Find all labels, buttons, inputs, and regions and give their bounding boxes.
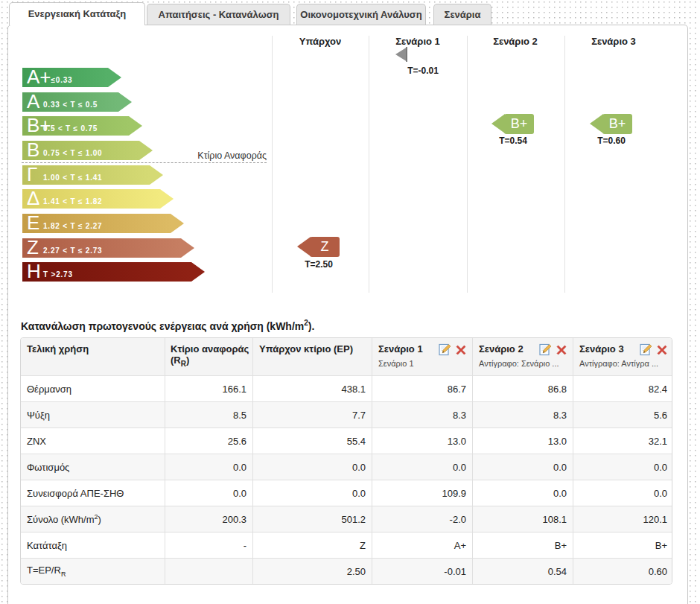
- tab-requirements-consumption[interactable]: Απαιτήσεις - Κατανάλωση: [147, 4, 290, 25]
- bar-letter: Η: [27, 261, 41, 281]
- header-existing-building: Υπάρχον κτίριο (EP): [252, 338, 372, 375]
- bar-letter: Δ: [27, 188, 39, 208]
- column-header-scenario-1: Σενάριο 1: [369, 36, 466, 47]
- column-header-scenario-2: Σενάριο 2: [467, 36, 564, 47]
- energy-bar-zeta: Ζ2.27 < T ≤ 2.73: [22, 238, 181, 258]
- energy-bar-aplus: A+T ≤0.33: [22, 68, 108, 87]
- bar-tip: [118, 92, 132, 112]
- table-row: ZNX25.655.413.013.032.1: [21, 427, 672, 454]
- bar-tip: [129, 116, 142, 136]
- column-divider: [564, 36, 565, 293]
- bar-letter: Ε: [27, 213, 39, 232]
- energy-bar-a: A0.33 < T ≤ 0.5: [22, 92, 118, 112]
- scenario1-t-value: T=-0.01: [374, 66, 472, 76]
- bar-range: 1.82 < T ≤ 2.27: [43, 222, 102, 230]
- tab-energy-classification[interactable]: Ενεργειακή Κατάταξη: [9, 2, 145, 25]
- bar-range: 0.75 < T ≤ 1.00: [43, 149, 102, 157]
- column-header-existing: Υπάρχον: [272, 36, 369, 47]
- row-label: Κατάταξη: [21, 532, 165, 558]
- table-row: Κατάταξη-ZA+B+B+: [21, 532, 672, 558]
- header-scenario-2: Σενάριο 2 Αντίγραφο: Σενάριο ...: [472, 338, 573, 375]
- energy-bar-bplus: B+0.5 < T ≤ 0.75: [22, 116, 129, 136]
- header-final-use: Τελική χρήση: [21, 338, 165, 375]
- bar-letter: A: [27, 92, 39, 111]
- energy-bar-eta: ΗT >2.73: [22, 262, 191, 282]
- row-label: Φωτισμός: [21, 454, 165, 480]
- table-row: Θέρμανση166.1438.186.786.882.4: [21, 375, 672, 401]
- bar-range: 0.33 < T ≤ 0.5: [43, 101, 98, 109]
- badge-arrow-icon: [297, 237, 311, 256]
- reference-building-label: Κτίριο Αναφοράς: [147, 150, 267, 161]
- bar-letter: B: [27, 140, 39, 159]
- edit-icon[interactable]: [640, 343, 652, 356]
- existing-t-value: T=2.50: [270, 259, 368, 270]
- row-label: Θέρμανση: [21, 375, 165, 401]
- energy-bar-epsilon: Ε1.82 < T ≤ 2.27: [22, 214, 171, 233]
- consumption-table-heading: Κατανάλωση πρωτογενούς ενέργειας ανά χρή…: [21, 319, 314, 332]
- table-row: Σύνολο (kWh/m2)200.3501.2-2.0108.1120.1: [21, 506, 672, 532]
- row-label: Ψύξη: [21, 401, 165, 427]
- bar-tip: [150, 165, 163, 185]
- edit-icon[interactable]: [539, 343, 552, 356]
- table-header-row: Τελική χρήση Κτίριο αναφοράς(RR) Υπάρχον…: [21, 338, 672, 375]
- row-label: ZNX: [21, 427, 165, 454]
- table-row: Ψύξη8.57.78.38.35.6: [21, 401, 672, 427]
- header-scenario-1: Σενάριο 1 Σενάριο 1: [372, 338, 472, 375]
- bar-tip: [181, 238, 194, 258]
- row-label: Συνεισφορά ΑΠΕ-ΣΗΘ: [21, 480, 165, 506]
- reference-building-line: [22, 162, 267, 163]
- header-scenario-3: Σενάριο 3 Αντίγραφο: Αντίγρα ...: [573, 338, 672, 375]
- badge-arrow-icon: [590, 114, 603, 133]
- table-row: T=EP/RR2.50-0.010.540.60: [21, 558, 672, 584]
- table-row: Συνεισφορά ΑΠΕ-ΣΗΘ0.00.0109.90.00.0: [21, 480, 672, 506]
- bar-letter: Γ: [27, 165, 37, 184]
- energy-bar-b: B0.75 < T ≤ 1.00: [22, 141, 139, 160]
- bar-tip: [139, 141, 153, 160]
- scenario3-class-badge: B+: [590, 114, 632, 134]
- bar-tip: [160, 189, 174, 209]
- energy-bar-delta: Δ1.41 < T ≤ 1.82: [22, 189, 160, 209]
- tab-economic-analysis[interactable]: Οικονομοτεχνική Ανάλυση: [296, 4, 426, 25]
- header-reference-building: Κτίριο αναφοράς(RR): [165, 338, 252, 375]
- column-divider: [272, 36, 273, 293]
- scenario2-class-badge: B+: [491, 114, 534, 134]
- bar-range: 1.41 < T ≤ 1.82: [43, 197, 102, 206]
- bar-letter: Ζ: [27, 238, 39, 257]
- bar-range: 0.5 < T ≤ 0.75: [43, 124, 98, 133]
- bar-tip: [191, 262, 205, 282]
- consumption-table: Τελική χρήση Κτίριο αναφοράς(RR) Υπάρχον…: [20, 337, 672, 585]
- delete-icon[interactable]: [657, 345, 667, 355]
- bar-tip: [171, 214, 184, 233]
- bar-range: 1.00 < T ≤ 1.41: [43, 174, 102, 182]
- tab-scenarios[interactable]: Σενάρια: [433, 4, 491, 25]
- row-label: T=EP/RR: [21, 558, 165, 584]
- bar-range: T >2.73: [43, 270, 73, 279]
- scenario3-t-value: T=0.60: [562, 136, 661, 146]
- energy-bar-gamma: Γ1.00 < T ≤ 1.41: [22, 165, 150, 185]
- badge-arrow-icon: [491, 114, 505, 133]
- column-header-scenario-3: Σενάριο 3: [565, 36, 662, 47]
- edit-icon[interactable]: [439, 343, 451, 356]
- existing-class-badge: Z: [297, 237, 340, 257]
- table-row: Φωτισμός0.00.00.00.00.0: [21, 454, 672, 480]
- column-divider: [369, 36, 369, 293]
- bar-range: 2.27 < T ≤ 2.73: [43, 247, 102, 255]
- delete-icon[interactable]: [556, 345, 567, 355]
- row-label: Σύνολο (kWh/m2): [21, 506, 165, 532]
- scenario1-offscale-marker-icon: [395, 47, 407, 62]
- bar-range: T ≤0.33: [43, 76, 72, 84]
- delete-icon[interactable]: [456, 345, 466, 355]
- scenario2-t-value: T=0.54: [464, 136, 562, 146]
- bar-tip: [108, 68, 121, 87]
